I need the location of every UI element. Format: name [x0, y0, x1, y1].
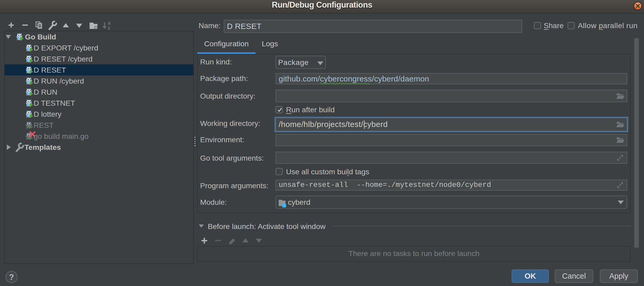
svg-text:z: z: [108, 25, 110, 31]
